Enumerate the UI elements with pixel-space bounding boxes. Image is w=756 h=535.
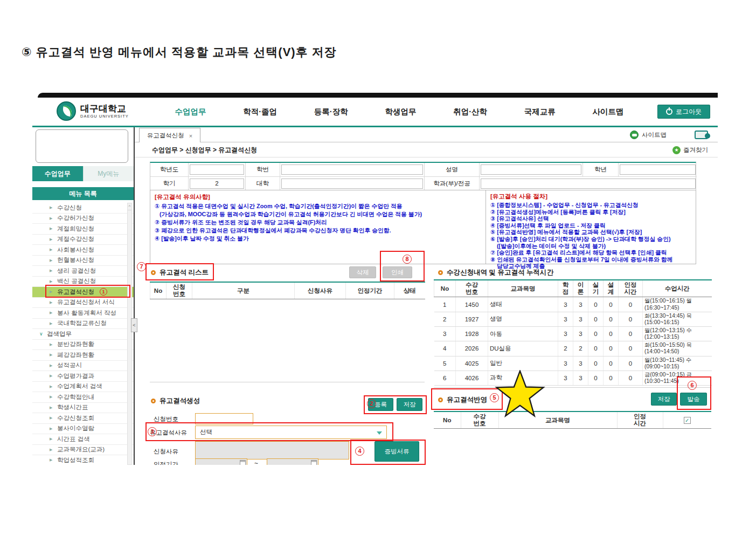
window-exit-icon[interactable] xyxy=(695,131,708,139)
apply-reason-textarea[interactable] xyxy=(195,441,349,459)
table-row[interactable]: 5 4025 일반 3 3 0 0 0 월(10:30~11:45) 수(09:… xyxy=(434,356,712,371)
column-header: 신청사유 xyxy=(295,282,346,299)
notice-left-title: [유고결석 유의사항] xyxy=(155,193,481,201)
logout-button[interactable]: 로그아웃 xyxy=(657,105,710,119)
table-row[interactable]: 1 1450 생태 3 3 0 0 0 월(15:00~16:15) 월(16:… xyxy=(434,297,712,312)
nav-item[interactable]: 사이트맵 xyxy=(593,107,624,117)
sidebar-menu-item[interactable]: ▶ 봉사이수열람 xyxy=(32,424,134,435)
calendar-icon[interactable] xyxy=(240,460,246,465)
apply-no-input[interactable] xyxy=(195,413,253,424)
sitemap-icon xyxy=(630,131,639,139)
nav-item[interactable]: 학적·졸업 xyxy=(243,107,277,117)
notice-line: ③ [유고결석사유] 선택 xyxy=(490,215,691,222)
sidebar-menu-item[interactable]: ▶ 사회봉사신청 xyxy=(32,245,134,256)
sidebar-menu-item[interactable]: ▶ 학생시간표 xyxy=(32,403,134,414)
sidebar-menu-item[interactable]: ▶ 유고결석신청서 서식 xyxy=(32,298,134,308)
sidebar-menu-item[interactable]: ▶ 학업성적조회 xyxy=(32,455,134,465)
sidebar-menu-item[interactable]: ▶ 백신 공결신청 xyxy=(32,277,134,287)
absence-list-table: No신청 번호구분신청사유인정기간상태 xyxy=(150,282,425,299)
submenu-arrow-icon: ▶ xyxy=(50,342,54,347)
grade-input[interactable] xyxy=(620,164,696,175)
creation-section-title: 유고결석생성 xyxy=(151,394,200,408)
nav-item[interactable]: 등록·장학 xyxy=(314,107,348,117)
nav-item[interactable]: 수업업무 xyxy=(175,107,206,117)
sidebar-menu-item-label: 수업평가결과 xyxy=(57,372,94,380)
nav-item[interactable]: 취업·산학 xyxy=(453,107,487,117)
year-input[interactable] xyxy=(190,164,244,175)
sidebar-menu-item[interactable]: ▶ 폐강강좌현황 xyxy=(32,350,134,361)
evidence-button[interactable]: 증빙서류 xyxy=(374,441,419,462)
scroll-up-arrow[interactable]: ^ xyxy=(128,203,131,210)
table-row[interactable]: 2 1927 생명 3 3 0 0 0 화(13:30~14:45) 목(15:… xyxy=(434,312,712,326)
save-button-creation[interactable]: 저장 xyxy=(397,398,422,411)
sidebar-menu-item[interactable]: ▶ 계절수강신청 xyxy=(32,235,134,245)
sidebar-menu-item-label: 유고결석신청서 서식 xyxy=(57,298,115,306)
apply-reason-label: 신청사유 xyxy=(154,448,178,456)
submenu-arrow-icon: ▶ xyxy=(50,279,54,284)
sidebar-tab-classwork[interactable]: 수업업무 xyxy=(32,166,83,181)
sidebar-menu-item[interactable]: ▶ 수강신청조회 xyxy=(32,413,134,424)
save-button-reflection[interactable]: 저장 xyxy=(651,393,677,406)
tab-absence-application[interactable]: 유고결석신청 × xyxy=(139,128,200,143)
delete-button[interactable]: 삭제 xyxy=(349,266,376,278)
sidebar-menu-item[interactable]: ▶ 수업계획서 검색 xyxy=(32,382,134,393)
field-label-grade: 학년 xyxy=(582,163,618,176)
sidebar-menu-item-label: 학업성적조회 xyxy=(57,456,94,464)
sidebar-tab-mymenu[interactable]: My메뉴 xyxy=(83,166,134,181)
university-name: 대구대학교 xyxy=(80,104,129,114)
sidebar-menu-item[interactable]: ∨ 검색업무 xyxy=(32,329,134,340)
notice-left-lines: ① 유고결석 적용은 대면수업 및 실시간 Zoom 수업, 학습기간(출석인정… xyxy=(155,202,481,243)
sidebar-menu-item[interactable]: ▶ 국내학점교류신청 xyxy=(32,319,134,330)
column-header: 수강 번호 xyxy=(461,411,498,429)
university-name-en: DAEGU UNIVERSITY xyxy=(80,114,129,119)
sidebar-menu-item[interactable]: ▶ 유고결석신청 1 xyxy=(32,287,134,298)
notice-line: (가상강좌, MOOC강좌 등 원격수업과 학습기간이 유고결석 허용기간보다 … xyxy=(155,210,481,218)
tab-close-icon[interactable]: × xyxy=(189,133,192,139)
annotation-1-badge: 1 xyxy=(100,288,107,296)
college-input[interactable] xyxy=(281,179,423,189)
sidebar-menu-item[interactable]: ▶ 수강허가신청 xyxy=(32,214,134,224)
sidebar-collapse-handle[interactable]: < xyxy=(131,318,137,332)
sidebar-menu-item[interactable]: ▶ 생리 공결신청 xyxy=(32,266,134,277)
window-top-bar xyxy=(38,93,718,98)
sidebar-menu-item[interactable]: ▶ 수강학점안내 xyxy=(32,392,134,403)
period-end-input[interactable] xyxy=(267,458,318,465)
left-panel-divider xyxy=(150,382,425,382)
notice-right-lines: ① [종합정보시스템] - 수업업무 - 신청업무 - 유고결석신청② [유고결… xyxy=(490,202,691,270)
sidebar-menu-item[interactable]: ▶ 계절희망신청 xyxy=(32,224,134,235)
name-input[interactable] xyxy=(481,164,581,175)
table-row[interactable]: 6 4026 과학 3 3 0 0 0 금(09:00~10:15) 금(10:… xyxy=(434,371,712,385)
sidebar-menu-item[interactable]: ▶ 봉사 활동계획서 작성 xyxy=(32,308,134,319)
power-icon xyxy=(666,108,672,115)
period-start-input[interactable] xyxy=(195,458,247,465)
print-button[interactable]: 인쇄 xyxy=(383,266,412,278)
sidebar-menu-item[interactable]: ▶ 분반강좌현황 xyxy=(32,340,134,351)
absence-reason-select[interactable]: 선택 xyxy=(195,426,387,439)
calendar-icon[interactable] xyxy=(311,460,317,465)
sidebar-menu-item-label: 계절수강신청 xyxy=(57,235,94,243)
nav-item[interactable]: 국제교류 xyxy=(524,107,556,117)
sidebar-menu-item[interactable]: ▶ 수업평가결과 xyxy=(32,371,134,382)
page-title: ⑤ 유고결석 반영 메뉴에서 적용할 교과목 선택(V)후 저장 xyxy=(22,44,337,60)
sidebar-menu: ▶ 수강신청 ▶ 수강허가신청 ▶ 계절희망신청 xyxy=(32,203,134,465)
reflection-section-title: 유고결석반영 xyxy=(438,393,487,407)
sidebar-menu-item[interactable]: ▶ 수강신청 xyxy=(32,203,134,214)
department-input[interactable] xyxy=(481,179,696,189)
section-bullet-icon xyxy=(438,397,443,402)
table-row[interactable]: 4 2026 DU실용 2 2 0 0 0 화(15:00~15:50) 목(1… xyxy=(434,341,712,356)
column-header: 신청 번호 xyxy=(167,282,192,299)
table-row[interactable]: 3 1928 아동 3 3 0 0 0 월(12:00~13:15) 수(12:… xyxy=(434,327,712,341)
sidebar-scrollbar[interactable]: ^ xyxy=(127,203,132,465)
course-table: No수강 번호교과목명학 점이 론실 기설 계인정 시간수업시간 1 1450 … xyxy=(434,279,712,386)
favorites-shortcut[interactable]: ★ 즐겨찾기 xyxy=(672,142,708,157)
send-button[interactable]: 발송 xyxy=(680,393,707,406)
student-id-input[interactable] xyxy=(281,164,423,175)
select-all-checkbox[interactable]: ✓ xyxy=(684,417,691,424)
sidebar-menu-item[interactable]: ▶ 시간표 검색 xyxy=(32,434,134,445)
sitemap-shortcut[interactable]: 사이트맵 xyxy=(630,127,667,142)
sidebar-menu-item[interactable]: ▶ 교과목개요(교과) xyxy=(32,445,134,456)
sidebar-menu-item[interactable]: ▶ 성적공시 xyxy=(32,361,134,372)
nav-item[interactable]: 학생업무 xyxy=(385,107,416,117)
breadcrumb: 수업업무 > 신청업무 > 유고결석신청 xyxy=(152,142,257,157)
sidebar-menu-item[interactable]: ▶ 헌혈봉사신청 xyxy=(32,256,134,266)
